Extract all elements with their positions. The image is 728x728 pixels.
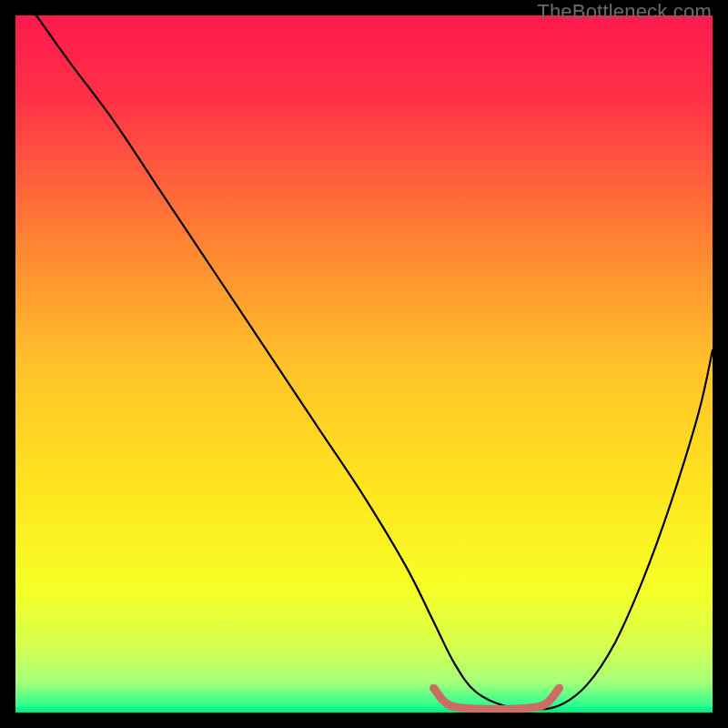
chart-frame [15,15,713,713]
bottleneck-curve [36,15,713,709]
watermark-text: TheBottleneck.com [537,0,712,24]
plateau-marker [434,688,560,709]
chart-plot [15,15,713,713]
